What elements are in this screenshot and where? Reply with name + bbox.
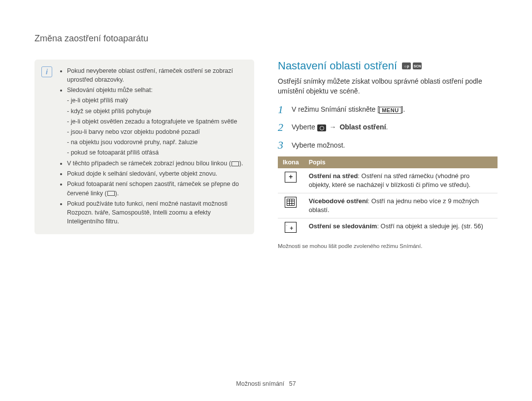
step-1: 1 V režimu Snímání stiskněte [MENU]. [278, 103, 498, 116]
note-bullet: Pokud nevyberete oblast ostření, rámeček… [67, 66, 246, 84]
note-sub-bullet: na objektu jsou vodorovné pruhy, např. ž… [72, 138, 246, 147]
table-row: Vícebodové ostření: Ostří na jednu nebo … [278, 193, 498, 218]
table-row: ···+ Ostření se sledováním: Ostří na obj… [278, 218, 498, 237]
white-frame-icon [232, 161, 239, 166]
step-number: 3 [278, 139, 287, 152]
tracking-focus-icon: ···+ [285, 222, 297, 233]
note-bullet: Pokud fotoaparát není schopen zaostřit, … [67, 180, 246, 197]
step-number: 1 [278, 103, 287, 116]
info-note-box: i Pokud nevyberete oblast ostření, rámeč… [34, 60, 254, 234]
note-sub-bullet: jsou-li barvy nebo vzor objektu podobné … [72, 127, 246, 136]
camera-icon [317, 124, 326, 131]
mode-camera-p-icon: ☼p [402, 62, 411, 69]
page-title: Změna zaostření fotoaparátu [34, 33, 498, 44]
section-intro: Ostřejší snímky můžete získat volbou spr… [278, 76, 498, 96]
table-header-icon: Ikona [278, 156, 304, 168]
step-2: 2 Vyberte → Oblast ostření. [278, 121, 498, 134]
footer-label: Možnosti snímání [236, 380, 284, 387]
page-number: 57 [289, 380, 296, 387]
note-sub-bullet: když se objekt příliš pohybuje [72, 107, 246, 116]
table-row: + Ostření na střed: Ostření na střed rám… [278, 168, 498, 193]
page-footer: Možnosti snímání 57 [0, 380, 532, 387]
note-bullet: V těchto případech se rámeček zobrazí je… [67, 159, 246, 168]
note-bullet: Sledování objektu může selhat: je-li obj… [67, 86, 246, 157]
info-icon: i [41, 66, 52, 77]
note-body: Pokud nevyberete oblast ostření, rámeček… [59, 66, 246, 227]
red-frame-icon [107, 191, 115, 196]
svg-rect-0 [287, 199, 295, 205]
table-header-desc: Popis [304, 156, 498, 168]
note-sub-bullet: je-li objekt příliš malý [72, 96, 246, 105]
step-number: 2 [278, 121, 287, 134]
mode-scene-icon: SCN [413, 62, 422, 69]
multi-focus-icon [285, 197, 297, 208]
menu-button-label: MENU [379, 107, 401, 114]
section-title: Nastavení oblasti ostření ☼p SCN [278, 60, 498, 72]
arrow-right-icon: → [330, 123, 336, 131]
note-sub-bullet: pokud se fotoaparát příliš otřásá [72, 148, 246, 157]
note-sub-bullet: je-li objekt osvětlen zezadu a fotografu… [72, 117, 246, 126]
step-3: 3 Vyberte možnost. [278, 139, 498, 152]
focus-options-table: Ikona Popis + Ostření na střed: Ostření … [278, 156, 498, 237]
section-caption: Možnosti se mohou lišit podle zvoleného … [278, 243, 498, 249]
center-focus-icon: + [285, 172, 297, 183]
note-bullet: Pokud používáte tuto funkci, není možné … [67, 199, 246, 226]
note-bullet: Pokud dojde k selhání sledování, vyberte… [67, 169, 246, 178]
